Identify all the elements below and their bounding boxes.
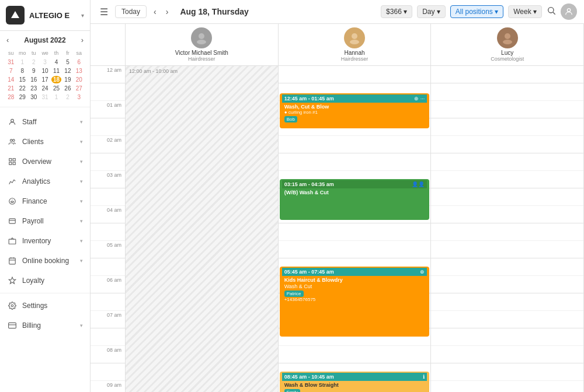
sidebar-item-overview[interactable]: Overview	[0, 152, 90, 172]
sidebar-item-loyalty[interactable]: Loyalty	[0, 271, 90, 290]
cal-day[interactable]: 19	[62, 76, 72, 83]
week-view-button[interactable]: Week ▾	[508, 5, 542, 18]
cal-day[interactable]: 15	[17, 76, 27, 83]
cal-day[interactable]: 24	[40, 85, 50, 92]
cal-day[interactable]: 9	[29, 67, 39, 75]
svg-line-25	[553, 12, 555, 15]
cal-day[interactable]: 11	[51, 67, 61, 75]
col-lucy	[431, 66, 584, 392]
cal-dow-tu: tu	[29, 49, 39, 57]
svg-line-11	[14, 180, 15, 181]
next-day-button[interactable]: ›	[164, 7, 171, 16]
cal-day[interactable]: 21	[6, 85, 16, 92]
cal-day[interactable]: 27	[74, 85, 84, 92]
cal-day[interactable]: 10	[40, 67, 50, 75]
col-hannah: 12:45 am - 01:45 am ⊕ ··· Wash, Cut & Bl…	[279, 66, 432, 392]
user-avatar[interactable]	[561, 4, 577, 20]
search-button[interactable]	[547, 6, 556, 18]
app-logo[interactable]: ALTEGIO E ▾	[0, 0, 90, 31]
person-icon	[7, 117, 18, 127]
appointment-kids-haircut[interactable]: 05:45 am - 07:45 am ⊕ Kids Haircut & Blo…	[280, 267, 430, 337]
cal-day[interactable]: 3	[40, 58, 50, 66]
cal-day[interactable]: 13	[74, 67, 84, 75]
cal-dow-mo: mo	[17, 49, 27, 57]
cal-day[interactable]: 14	[6, 76, 16, 83]
menu-button[interactable]: ☰	[98, 6, 110, 18]
appt3-time: 05:45 am - 07:45 am	[284, 269, 334, 275]
day-view-button[interactable]: Day ▾	[417, 5, 446, 18]
cal-day[interactable]: 29	[17, 93, 27, 101]
cal-day[interactable]: 12	[62, 67, 72, 75]
sidebar-item-inventory[interactable]: Inventory	[0, 231, 90, 251]
appointment-wash-cut-blow[interactable]: 12:45 am - 01:45 am ⊕ ··· Wash, Cut & Bl…	[280, 93, 430, 128]
cal-day[interactable]: 16	[29, 76, 39, 83]
sidebar-item-finance[interactable]: Finance	[0, 191, 90, 211]
cal-day[interactable]: 26	[62, 85, 72, 92]
cal-slot	[431, 188, 583, 206]
overview-chevron-icon	[80, 159, 83, 164]
cal-day[interactable]: 17	[40, 76, 50, 83]
app-name: ALTEGIO E	[29, 11, 69, 20]
time-label: 01 am	[91, 101, 125, 118]
cal-day[interactable]: 2	[62, 93, 72, 101]
time-label	[91, 223, 125, 241]
cal-day[interactable]: 28	[6, 93, 16, 101]
cal-month-year: August 2022	[24, 36, 65, 44]
cal-day[interactable]: 31	[6, 58, 16, 66]
cal-day[interactable]: 7	[6, 67, 16, 75]
appointment-wb-wash-cut[interactable]: 03:15 am - 04:35 am 👤👤 (W/B) Wash & Cut	[280, 179, 430, 220]
blocked-label: 12:00 am - 10:00 am	[126, 66, 278, 76]
prev-day-button[interactable]: ‹	[151, 7, 159, 16]
cal-day[interactable]: 18	[51, 76, 61, 83]
cal-day[interactable]: 20	[74, 76, 84, 83]
positions-button[interactable]: All positions ▾	[450, 5, 503, 18]
sidebar-item-analytics[interactable]: Analytics	[0, 172, 90, 191]
cal-day[interactable]: 2	[29, 58, 39, 66]
cal-slot	[431, 118, 583, 136]
cal-day[interactable]: 1	[51, 93, 61, 101]
cal-day[interactable]: 30	[29, 93, 39, 101]
inventory-label: Inventory	[22, 237, 75, 245]
svg-point-29	[352, 33, 357, 39]
appt4-time: 08:45 am - 10:45 am	[284, 374, 334, 380]
cal-slot	[431, 83, 583, 101]
revenue-button[interactable]: $366 ▾	[381, 5, 412, 18]
sidebar-item-clients[interactable]: Clients	[0, 132, 90, 152]
cal-next-button[interactable]: ›	[79, 36, 85, 44]
appt2-time: 03:15 am - 04:35 am	[284, 181, 334, 187]
cal-dow-we: we	[40, 49, 50, 57]
cal-day[interactable]: 4	[51, 58, 61, 66]
billing-label: Billing	[22, 321, 75, 330]
loyalty-icon	[7, 275, 18, 286]
cal-slot	[431, 136, 583, 153]
sidebar-item-staff[interactable]: Staff	[0, 112, 90, 132]
cal-day[interactable]: 8	[17, 67, 27, 75]
svg-point-27	[199, 33, 204, 39]
cal-day[interactable]: 6	[74, 58, 84, 66]
cal-day[interactable]: 5	[62, 58, 72, 66]
time-label	[91, 328, 125, 346]
cal-day[interactable]: 25	[51, 85, 61, 92]
sidebar-item-settings[interactable]: Settings	[0, 296, 90, 316]
sidebar-item-payroll[interactable]: Payroll	[0, 211, 90, 231]
cal-day[interactable]: 3	[74, 93, 84, 101]
cal-day[interactable]: 31	[40, 93, 50, 101]
sidebar-item-online-booking[interactable]: Online booking	[0, 251, 90, 271]
cal-day[interactable]: 22	[17, 85, 27, 92]
cal-slot	[431, 66, 583, 83]
cal-prev-button[interactable]: ‹	[5, 36, 11, 44]
time-label	[91, 118, 125, 136]
online-booking-label: Online booking	[22, 257, 75, 265]
cal-day[interactable]: 1	[17, 58, 27, 66]
lucy-avatar	[497, 27, 518, 48]
cal-day[interactable]: 23	[29, 85, 39, 92]
sidebar-item-billing[interactable]: Billing	[0, 316, 90, 335]
cal-dow-fr: fr	[62, 49, 72, 57]
appointment-wash-blow-straight[interactable]: 08:45 am - 10:45 am ℹ Wash & Blow Straig…	[280, 372, 430, 392]
nav-section: Staff Clients Overview Analytics	[0, 110, 90, 338]
cal-slot	[431, 293, 583, 311]
staff-header-row: Victor Michael Smith Hairdresser Hannah …	[91, 24, 584, 66]
topbar-right: $366 ▾ Day ▾ All positions ▾ Week ▾	[381, 4, 577, 20]
cal-slot	[431, 223, 583, 241]
today-button[interactable]: Today	[115, 5, 147, 18]
